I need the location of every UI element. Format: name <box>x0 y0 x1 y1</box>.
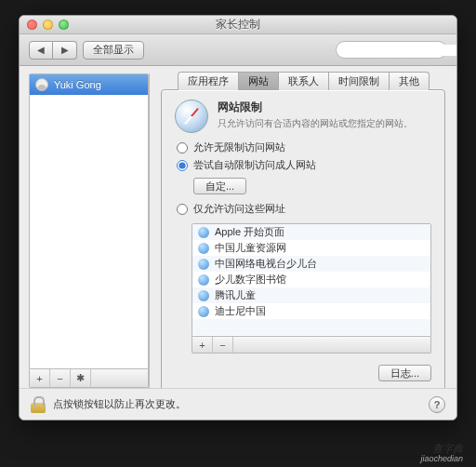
tab-web[interactable]: 网站 <box>239 72 279 90</box>
logs-button[interactable]: 日志... <box>378 365 431 381</box>
web-options: 允许无限制访问网站 尝试自动限制访问成人网站 自定... 仅允许访问这些网址 <box>177 140 431 216</box>
list-item[interactable]: 少儿数字图书馆 <box>192 272 430 287</box>
lock-text: 点按锁按钮以防止再次更改。 <box>53 397 186 411</box>
user-avatar-icon <box>35 78 48 91</box>
globe-icon <box>198 274 209 286</box>
forward-button[interactable]: ▶ <box>53 41 77 60</box>
radio-whitelist-label: 仅允许访问这些网址 <box>193 202 285 216</box>
radio-auto-input[interactable] <box>177 160 188 171</box>
whitelist[interactable]: Apple 开始页面 中国儿童资源网 中国网络电视台少儿台 少儿数字图书馆 腾讯… <box>192 223 431 337</box>
sidebar-footer: + − ✱ <box>29 369 149 388</box>
radio-auto-label: 尝试自动限制访问成人网站 <box>193 158 316 172</box>
site-name: 腾讯儿童 <box>215 288 256 302</box>
panel-title: 网站限制 <box>218 100 413 115</box>
tab-apps[interactable]: 应用程序 <box>178 72 239 90</box>
window-title: 家长控制 <box>20 17 456 33</box>
user-actions-button[interactable]: ✱ <box>71 369 91 387</box>
footer: 点按锁按钮以防止再次更改。 ? <box>20 388 456 420</box>
list-item[interactable]: 迪士尼中国 <box>192 303 430 319</box>
add-site-button[interactable]: + <box>192 337 213 353</box>
user-list[interactable]: Yuki Gong <box>29 73 149 369</box>
nav-buttons: ◀ ▶ <box>29 41 77 60</box>
tab-contacts[interactable]: 联系人 <box>279 72 329 90</box>
search-input[interactable] <box>336 41 447 59</box>
globe-icon <box>198 290 209 301</box>
list-item[interactable]: 中国网络电视台少儿台 <box>192 256 430 272</box>
show-all-button[interactable]: 全部显示 <box>83 41 144 60</box>
list-item[interactable]: 中国儿童资源网 <box>192 240 430 256</box>
customize-button[interactable]: 自定... <box>193 178 246 194</box>
add-user-button[interactable]: + <box>30 369 50 387</box>
list-item[interactable]: 腾讯儿童 <box>192 287 430 303</box>
site-name: 迪士尼中国 <box>215 304 266 318</box>
lock-icon[interactable] <box>31 396 46 413</box>
titlebar: 家长控制 <box>20 16 456 34</box>
site-name: 中国儿童资源网 <box>215 241 286 255</box>
whitelist-footer: + − <box>192 337 431 354</box>
radio-auto[interactable]: 尝试自动限制访问成人网站 <box>177 158 431 172</box>
globe-icon <box>198 243 209 254</box>
tab-other[interactable]: 其他 <box>390 72 430 90</box>
user-row[interactable]: Yuki Gong <box>30 74 148 95</box>
panel-subtitle: 只允许访问有合适内容的网站或您指定的网站。 <box>218 117 413 130</box>
watermark-sub: jiaochedian <box>420 455 463 463</box>
radio-unrestricted-label: 允许无限制访问网站 <box>193 140 285 154</box>
site-name: 中国网络电视台少儿台 <box>215 257 317 271</box>
site-name: Apple 开始页面 <box>215 225 284 239</box>
watermark-text: 查字典 <box>432 443 463 454</box>
safari-icon <box>175 100 208 133</box>
sidebar: Yuki Gong + − ✱ <box>29 73 150 388</box>
globe-icon <box>198 259 209 270</box>
back-button[interactable]: ◀ <box>29 41 53 60</box>
remove-user-button[interactable]: − <box>50 369 71 387</box>
radio-whitelist[interactable]: 仅允许访问这些网址 <box>177 202 431 216</box>
list-item <box>192 319 430 335</box>
toolbar: ◀ ▶ 全部显示 <box>20 34 456 66</box>
main: 应用程序 网站 联系人 时间限制 其他 网站限制 只允许访问有合适内容的网站或您… <box>150 66 456 388</box>
globe-icon <box>198 227 209 238</box>
panel-web: 网站限制 只允许访问有合适内容的网站或您指定的网站。 允许无限制访问网站 尝试自… <box>161 89 445 392</box>
radio-unrestricted[interactable]: 允许无限制访问网站 <box>177 140 431 154</box>
panel-header: 网站限制 只允许访问有合适内容的网站或您指定的网站。 <box>175 100 431 133</box>
tabs: 应用程序 网站 联系人 时间限制 其他 <box>178 72 430 90</box>
globe-icon <box>198 306 209 317</box>
search-field[interactable] <box>346 45 457 56</box>
prefs-window: 家长控制 ◀ ▶ 全部显示 Yuki Gong + − ✱ <box>19 15 457 420</box>
site-name: 少儿数字图书馆 <box>215 273 286 287</box>
tab-time[interactable]: 时间限制 <box>329 72 390 90</box>
radio-unrestricted-input[interactable] <box>177 142 188 153</box>
user-name: Yuki Gong <box>54 79 101 90</box>
list-item[interactable]: Apple 开始页面 <box>192 224 430 240</box>
radio-whitelist-input[interactable] <box>177 204 188 215</box>
remove-site-button[interactable]: − <box>213 337 233 353</box>
help-button[interactable]: ? <box>429 396 445 413</box>
watermark: 查字典 jiaochedian <box>420 436 463 463</box>
